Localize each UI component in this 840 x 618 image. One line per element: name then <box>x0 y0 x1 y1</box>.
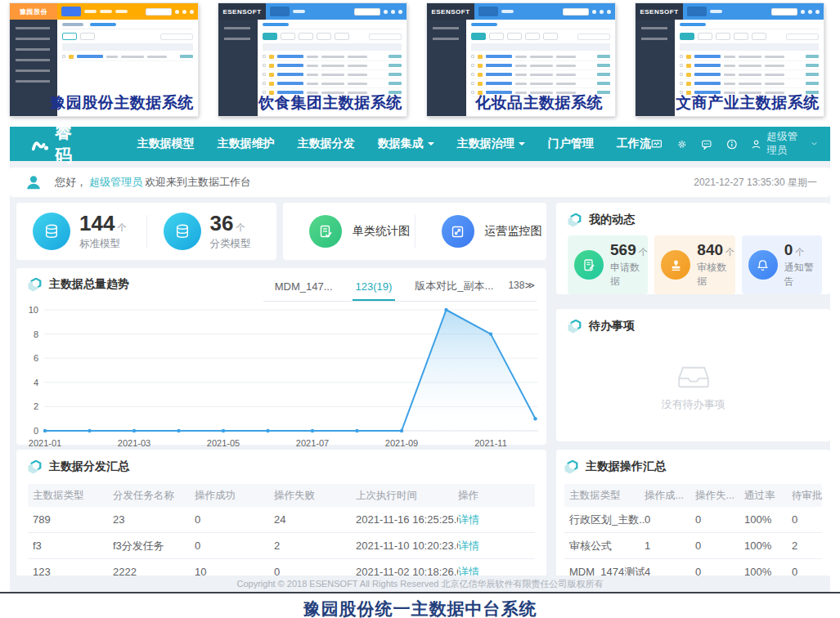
stat-value: 144 <box>79 213 115 234</box>
nav-workflow[interactable]: 工作流 <box>617 137 651 151</box>
monitor-chart-icon[interactable] <box>651 137 663 151</box>
stat-value: 36 <box>210 213 234 234</box>
svg-text:6: 6 <box>34 353 38 363</box>
system-screenshot-strip: 豫园股份 豫园股份主数据系统 ESENSOFT <box>10 3 824 116</box>
table-row: 行政区划_主数... 0 0 100% 0 <box>564 507 822 533</box>
mini-table-row <box>471 61 610 70</box>
stat-category-models: 36个 分类模型 <box>147 213 277 251</box>
mini-header: ESENSOFT <box>636 3 824 20</box>
chevron-down-icon <box>428 142 434 149</box>
stat-unit: 个 <box>236 223 245 232</box>
mini-header: ESENSOFT <box>218 3 407 20</box>
svg-text:2021-09: 2021-09 <box>385 438 418 448</box>
mini-table-header <box>62 43 193 51</box>
username-link[interactable]: 超级管理员 <box>89 176 142 188</box>
nav-master-data-maintain[interactable]: 主数据维护 <box>218 137 275 151</box>
nav-data-integration[interactable]: 数据集成 <box>378 137 434 151</box>
mini-buttons <box>471 33 610 40</box>
svg-text:2: 2 <box>34 401 38 411</box>
hexagon-icon <box>564 460 578 474</box>
header-actions: 超级管理员 <box>651 130 817 158</box>
notification-card[interactable]: 0个 通知警告 <box>742 235 822 294</box>
app-logo-text: 睿码 <box>55 121 87 167</box>
activity-label: 通知警告 <box>784 261 822 289</box>
tabs-more-pager[interactable]: 138≫ <box>505 280 537 298</box>
stamp-icon <box>661 250 690 280</box>
activity-label: 审核数据 <box>697 261 734 289</box>
svg-text:2021-05: 2021-05 <box>207 438 240 448</box>
hexagon-icon <box>568 320 582 334</box>
svg-text:10: 10 <box>29 305 38 315</box>
quick-links-card: 单类统计图 运营监控图 <box>283 203 546 260</box>
page: 豫园股份 豫园股份主数据系统 ESENSOFT <box>0 0 840 618</box>
tab-mdm-147[interactable]: MDM_147... <box>263 279 344 300</box>
copyright-footer: Copyright © 2018 ESENSOFT All Rights Res… <box>10 575 830 592</box>
database-icon <box>164 213 201 250</box>
apply-doc-icon <box>574 250 604 280</box>
tab-version-compare[interactable]: 版本对比_副本... <box>403 277 505 301</box>
datetime-label: 2021-12-27 13:35:30 星期一 <box>694 176 817 190</box>
mini-screenshot-cosmetics: ESENSOFT 化妆品主数据系统 <box>427 3 615 116</box>
model-stats-card: 144个 标准模型 36个 分类模型 <box>16 203 276 260</box>
trend-chart-panel: 主数据总量趋势 MDM_147... 123(19) 版本对比_副本... 13… <box>16 268 546 445</box>
database-icon <box>33 213 70 250</box>
svg-text:4: 4 <box>34 378 38 387</box>
mini-table-row <box>680 52 819 61</box>
mini-search-box <box>146 8 172 16</box>
user-icon <box>751 137 761 151</box>
separator-line <box>0 592 840 593</box>
activity-value: 840 <box>697 242 723 258</box>
mini-nav <box>266 3 407 20</box>
chevron-down-icon <box>519 142 525 149</box>
gear-icon[interactable] <box>676 137 688 151</box>
trend-line-chart: 02468102021-012021-032021-052021-072021-… <box>21 305 540 465</box>
welcome-message: 您好，超级管理员欢迎来到主数据工作台 <box>55 175 251 190</box>
apply-data-card[interactable]: 569个 申请数据 <box>568 235 648 294</box>
detail-link[interactable]: 详情 <box>458 539 535 553</box>
page-caption: 豫园股份统一主数据中台系统 <box>0 598 840 618</box>
nav-master-data-governance[interactable]: 主数据治理 <box>457 137 525 151</box>
app-header: 睿码 主数据模型 主数据维护 主数据分发 数据集成 主数据治理 门户管理 工作流 <box>10 127 830 161</box>
mini-table-row <box>680 61 819 70</box>
mini-search-box <box>563 8 589 16</box>
mini-logo: ESENSOFT <box>636 3 683 20</box>
nav-master-data-distribute[interactable]: 主数据分发 <box>298 137 355 151</box>
user-menu[interactable]: 超级管理员 <box>751 130 817 158</box>
folder-icon <box>269 64 274 68</box>
detail-link[interactable]: 详情 <box>458 513 535 527</box>
bell-icon <box>748 250 778 280</box>
single-class-stats-button[interactable]: 单类统计图 <box>283 215 415 248</box>
stats-chart-icon <box>309 215 342 248</box>
avatar <box>25 173 43 191</box>
mini-header: 豫园股份 <box>10 3 198 20</box>
operation-monitor-button[interactable]: 运营监控图 <box>416 215 547 248</box>
info-icon[interactable] <box>726 137 738 151</box>
ruima-logo-icon <box>31 135 49 153</box>
mini-caption: 豫园股份主数据系统 <box>41 92 198 114</box>
mini-tabs <box>263 23 402 29</box>
message-icon[interactable] <box>701 137 712 151</box>
nav-master-data-model[interactable]: 主数据模型 <box>137 137 195 151</box>
hexagon-icon <box>28 278 42 292</box>
mini-caption: 化妆品主数据系统 <box>458 92 615 114</box>
mini-header: ESENSOFT <box>427 3 615 20</box>
mini-table-row <box>680 70 819 79</box>
mini-table-row <box>471 79 610 88</box>
tab-123[interactable]: 123(19) <box>344 279 404 300</box>
review-data-card[interactable]: 840个 审核数据 <box>654 235 734 294</box>
panel-title: 主数据操作汇总 <box>564 459 822 474</box>
mini-table-header <box>263 43 402 51</box>
todo-panel: 待办事项 没有待办事项 <box>556 309 830 441</box>
mini-screenshot-yuyuan: 豫园股份 豫园股份主数据系统 <box>10 3 198 116</box>
mini-search-box <box>354 8 380 16</box>
quick-link-label: 单类统计图 <box>353 224 410 239</box>
trend-tabs: MDM_147... 123(19) 版本对比_副本... 138≫ <box>263 277 537 302</box>
mini-tabs <box>680 23 819 29</box>
panel-title: 待办事项 <box>568 319 819 334</box>
svg-text:2021-03: 2021-03 <box>118 438 150 448</box>
mini-caption: 饮食集团主数据系统 <box>249 92 407 114</box>
panel-title: 我的动态 <box>568 213 822 227</box>
folder-icon <box>478 64 483 68</box>
nav-portal-management[interactable]: 门户管理 <box>548 137 594 151</box>
hexagon-icon <box>568 213 582 227</box>
